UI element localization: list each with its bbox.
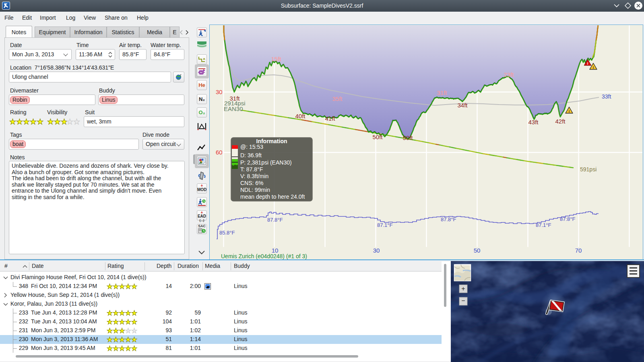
svg-text:D: 36.9ft: D: 36.9ft	[240, 152, 262, 158]
svg-text:P: 2,381psi (EAN30): P: 2,381psi (EAN30)	[240, 159, 292, 166]
svg-text:41ft: 41ft	[325, 115, 335, 122]
svg-text:70: 70	[575, 247, 582, 254]
svg-text:87.8°F: 87.8°F	[441, 216, 456, 222]
svg-text:!: !	[587, 62, 588, 66]
svg-text:Uemis Zurich (e04d0248) (#1 of: Uemis Zurich (e04d0248) (#1 of 3)	[221, 253, 307, 259]
svg-text:!: !	[569, 109, 570, 113]
svg-text:30: 30	[216, 88, 223, 95]
svg-text:50: 50	[474, 247, 481, 254]
svg-text:33ft: 33ft	[602, 93, 611, 100]
svg-text:50ft: 50ft	[372, 134, 383, 140]
svg-text:@: 15:53: @: 15:53	[240, 144, 263, 150]
svg-text:87.1°F: 87.1°F	[377, 222, 393, 228]
svg-text:87.1°F: 87.1°F	[536, 222, 551, 228]
svg-text:35ft: 35ft	[332, 95, 343, 102]
svg-text:mean depth to here 24.0ft: mean depth to here 24.0ft	[240, 193, 305, 200]
svg-text:V: 8.3ft/min: V: 8.3ft/min	[240, 173, 268, 179]
svg-text:−: −	[461, 297, 465, 304]
svg-text:23ft: 23ft	[504, 71, 514, 78]
svg-text:EAN30: EAN30	[224, 105, 243, 112]
svg-text:T: 87.8°F: T: 87.8°F	[240, 166, 263, 173]
svg-text:NDL: 99min: NDL: 99min	[240, 187, 270, 193]
svg-text:42ft: 42ft	[555, 118, 566, 125]
svg-text:50ft: 50ft	[402, 134, 413, 141]
svg-text:15ft: 15ft	[271, 56, 281, 62]
svg-text:60: 60	[216, 149, 223, 156]
svg-text:CNS: 6%: CNS: 6%	[240, 180, 264, 186]
svg-text:+: +	[461, 285, 465, 292]
svg-text:30: 30	[373, 247, 380, 254]
svg-text:31ft: 31ft	[437, 89, 447, 96]
svg-text:87:8°F: 87:8°F	[560, 216, 576, 222]
svg-text:43ft: 43ft	[528, 119, 539, 125]
svg-text:591psi: 591psi	[580, 166, 597, 173]
svg-text:!: !	[593, 66, 594, 70]
svg-text:85.8°F: 85.8°F	[219, 230, 235, 236]
svg-text:34ft: 34ft	[457, 102, 468, 109]
svg-text:87.8°F: 87.8°F	[267, 217, 283, 223]
svg-text:40ft: 40ft	[295, 113, 305, 119]
